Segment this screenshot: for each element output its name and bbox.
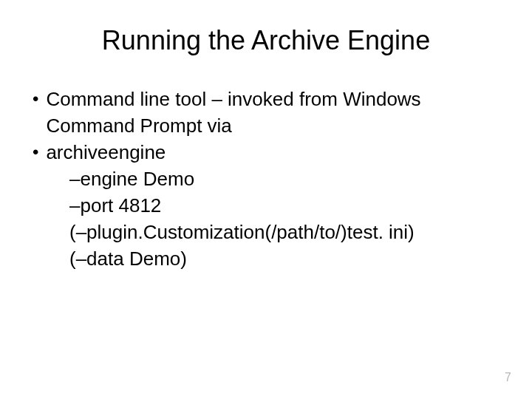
- page-number: 7: [505, 371, 511, 384]
- bullet-text: archiveengine: [46, 139, 166, 166]
- bullet-text: Command line tool – invoked from Windows…: [46, 86, 502, 139]
- sub-line-text: (–plugin.Customization(/path/to/)test. i…: [69, 219, 502, 245]
- bullet-item: • archiveengine: [33, 139, 502, 166]
- bullet-marker-icon: •: [33, 86, 38, 112]
- sub-line-text: –port 4812: [69, 192, 502, 219]
- sub-line-text: (–data Demo): [69, 245, 502, 272]
- sub-line-text: –engine Demo: [69, 166, 502, 192]
- bullet-item: • Command line tool – invoked from Windo…: [33, 86, 502, 139]
- slide-title: Running the Archive Engine: [30, 25, 502, 56]
- slide-content: • Command line tool – invoked from Windo…: [33, 86, 502, 272]
- slide-container: Running the Archive Engine • Command lin…: [0, 0, 532, 399]
- bullet-marker-icon: •: [33, 139, 38, 166]
